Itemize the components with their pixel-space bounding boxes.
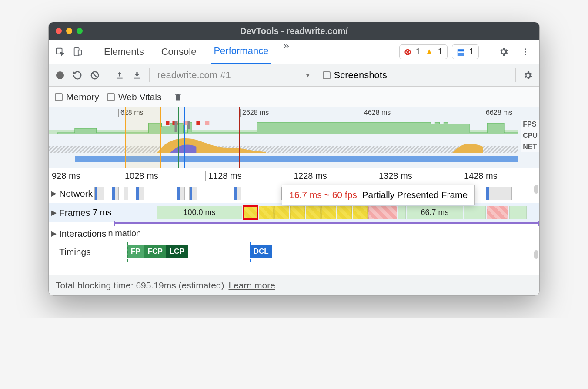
detail-ruler[interactable]: 928 ms 1028 ms 1128 ms 1228 ms 1328 ms 1… [49,168,539,184]
upload-profile-icon[interactable] [111,67,128,84]
disclosure-triangle-icon[interactable]: ▶ [49,208,59,217]
message-icon: ▤ [457,47,465,57]
minimize-button[interactable] [66,28,72,34]
tabs-overflow-icon[interactable]: » [283,40,289,64]
tooltip-timing: 16.7 ms ~ 60 fps [289,190,357,200]
overview-selection[interactable] [125,107,161,168]
perf-toolbar: readwrite.com #1 ▼ Screenshots [49,64,539,87]
frame-segment[interactable] [337,206,352,219]
track-frames[interactable]: ▶ Frames 7 ms 100.0 ms 66.7 ms [49,203,539,222]
track-label: Frames [59,208,90,218]
learn-more-link[interactable]: Learn more [229,280,275,291]
interaction-sublabel: nimation [108,228,141,238]
messages-badge[interactable]: ▤1 [452,44,479,59]
devtools-window: DevTools - readwrite.com/ Elements Conso… [48,22,540,296]
svg-point-3 [525,48,526,50]
capture-settings-gear-icon[interactable] [519,67,537,84]
disclosure-triangle-icon[interactable]: ▶ [49,189,59,198]
device-toolbar-icon[interactable] [69,43,86,60]
overview-timeline[interactable]: 628 ms 2628 ms 4628 ms 6628 ms FPS CPU N… [49,107,539,168]
ruler-tick: 1328 ms [376,171,412,181]
memory-label: Memory [66,92,99,102]
separator [319,68,319,82]
frames-track-content[interactable]: 100.0 ms 66.7 ms [114,203,539,222]
recording-selector[interactable]: readwrite.com #1 ▼ [153,70,315,81]
overview-tick: 6628 ms [484,109,512,117]
separator [487,45,487,59]
gc-trash-icon[interactable] [169,88,187,106]
frame-segment[interactable] [398,206,406,219]
error-count: 1 [416,47,421,57]
separator [90,45,90,59]
cpu-overview-lane [49,135,518,153]
message-count: 1 [469,47,474,57]
fps-lane-label: FPS [523,121,538,128]
separator [149,68,150,82]
memory-checkbox[interactable]: Memory [55,92,99,102]
frame-segment[interactable] [274,206,289,219]
marker-line [250,242,251,262]
timing-dcl-badge[interactable]: DCL [250,245,272,258]
close-button[interactable] [56,28,62,34]
frame-segment[interactable] [306,206,321,219]
frame-segment[interactable]: 100.0 ms [157,206,242,219]
tab-elements[interactable]: Elements [101,40,147,64]
frame-segment[interactable]: 66.7 ms [407,206,463,219]
ruler-tick: 1028 ms [122,171,158,181]
overview-lane-labels: FPS CPU NET [521,120,539,152]
marker-line [127,242,128,262]
settings-gear-icon[interactable] [495,43,512,60]
panel-tabs: Elements Console Performance » [94,40,297,64]
svg-rect-12 [205,121,209,125]
animation-range-bar [114,222,539,224]
frame-segment[interactable] [290,206,305,219]
track-label: Timings [59,247,91,257]
screenshots-checkbox[interactable]: Screenshots [323,70,387,81]
timing-fp-badge[interactable]: FP [127,245,144,258]
frame-segment-dropped[interactable] [487,206,508,219]
timing-fcp-badge[interactable]: FCP [144,245,166,258]
svg-rect-11 [196,121,200,125]
webvitals-checkbox[interactable]: Web Vitals [107,92,162,102]
recording-name: readwrite.com #1 [157,70,231,81]
checkbox-icon [323,71,331,79]
frame-segment[interactable] [259,206,274,219]
svg-rect-8 [166,121,170,125]
tab-console[interactable]: Console [159,40,199,64]
timing-lcp-badge[interactable]: LCP [166,245,188,258]
svg-point-4 [525,51,526,53]
reload-button[interactable] [69,67,86,84]
ruler-tick: 928 ms [49,171,80,181]
maximize-button[interactable] [77,28,83,34]
track-timings[interactable]: Timings FP FCP LCP DCL [49,242,539,262]
frame-segment[interactable] [353,206,368,219]
timings-track-content[interactable]: FP FCP LCP DCL [93,242,539,262]
frame-segment-highlighted[interactable] [243,206,258,219]
frame-segment[interactable] [464,206,486,219]
perf-options: Memory Web Vitals [49,87,539,107]
kebab-menu-icon[interactable] [517,43,534,60]
record-button[interactable] [51,67,69,84]
titlebar[interactable]: DevTools - readwrite.com/ [49,22,539,40]
frame-segment[interactable] [509,206,527,219]
frame-segment[interactable] [321,206,336,219]
separator [515,68,516,82]
checkbox-icon [107,93,115,101]
inspect-icon[interactable] [51,43,69,60]
flamechart-tracks[interactable]: ▶ Network [49,184,539,275]
frame-segment-dropped[interactable] [368,206,397,219]
fps-overview-lane [49,121,518,134]
tooltip-text: Partially Presented Frame [362,190,468,200]
track-interactions[interactable]: ▶ Interactions nimation 16.7 ms ~ 60 fps… [49,225,539,242]
track-label: Network [59,188,93,199]
frame-time-left: 7 ms [93,208,111,218]
tab-performance[interactable]: Performance [211,40,271,64]
blocking-time-text: Total blocking time: 695.19ms (estimated… [56,280,224,291]
download-profile-icon[interactable] [128,67,146,84]
ruler-tick: 1128 ms [205,171,242,181]
separator [107,68,107,82]
clear-button[interactable] [86,67,104,84]
disclosure-triangle-icon[interactable]: ▶ [49,229,59,238]
scrollbar-thumb[interactable] [534,250,538,259]
error-warning-badge[interactable]: ⊗1 ▲1 [399,44,448,59]
